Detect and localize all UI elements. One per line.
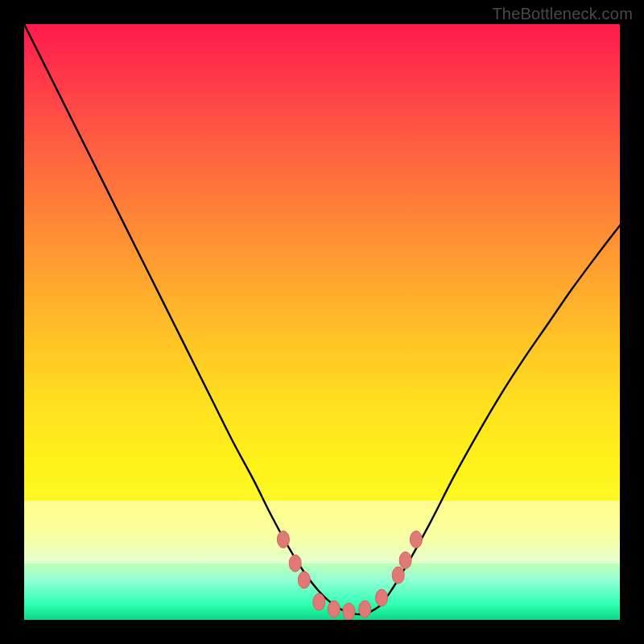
marker-point (298, 572, 310, 588)
marker-point (359, 601, 371, 617)
marker-point (289, 555, 301, 572)
marker-point (376, 589, 388, 606)
interest-point-markers (277, 531, 422, 620)
marker-point (392, 567, 404, 584)
plot-area (24, 24, 620, 620)
marker-point (313, 593, 325, 610)
curve-layer (24, 24, 620, 620)
marker-point (343, 603, 355, 620)
marker-point (410, 531, 422, 548)
chart-frame: TheBottleneck.com (0, 0, 644, 644)
bottleneck-curve (24, 24, 620, 614)
watermark-text: TheBottleneck.com (492, 5, 633, 23)
marker-point (328, 601, 340, 617)
marker-point (399, 552, 411, 569)
marker-point (277, 531, 289, 548)
